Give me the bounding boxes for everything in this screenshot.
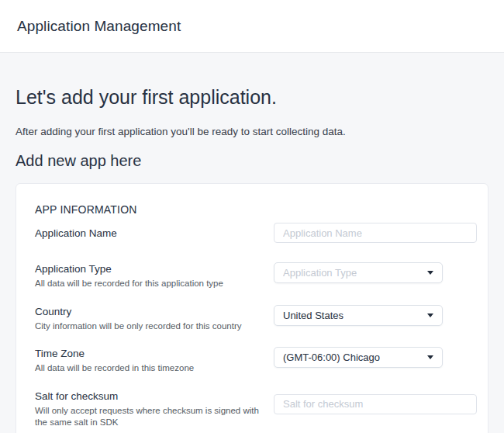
content-area: Let's add your first application. After … <box>0 53 504 433</box>
page-title: Application Management <box>17 18 181 35</box>
form-row-application-name: Application Name <box>35 223 477 243</box>
chevron-down-icon <box>427 271 433 275</box>
add-app-section-heading: Add new app here <box>16 151 488 171</box>
application-type-help: All data will be recorded for this appli… <box>35 278 266 290</box>
page-header: Application Management <box>0 0 504 53</box>
form-row-salt-for-checksum: Salt for checksum Will only accept reque… <box>35 390 477 429</box>
form-row-country: Country City information will be only re… <box>35 305 477 333</box>
application-type-label: Application Type <box>35 262 266 275</box>
form-row-time-zone: Time Zone All data will be recorded in t… <box>35 347 477 375</box>
country-select[interactable]: United States <box>274 305 443 326</box>
time-zone-select[interactable]: (GMT-06:00) Chicago <box>274 347 443 368</box>
country-select-value: United States <box>283 310 343 321</box>
intro-subtitle: After adding your first application you'… <box>16 125 488 139</box>
chevron-down-icon <box>427 313 433 317</box>
time-zone-help: All data will be recorded in this timezo… <box>35 362 266 375</box>
card-section-title: APP INFORMATION <box>35 203 477 216</box>
salt-input[interactable] <box>274 394 477 414</box>
application-type-select[interactable]: Application Type <box>274 262 443 283</box>
intro-heading: Let's add your first application. <box>16 85 488 109</box>
time-zone-label: Time Zone <box>35 347 266 360</box>
salt-help: Will only accept requests where checksum… <box>35 405 266 429</box>
application-name-label: Application Name <box>35 227 266 240</box>
country-help: City information will be only recorded f… <box>35 320 266 333</box>
app-information-card: APP INFORMATION Application Name Applica… <box>16 183 488 433</box>
application-type-select-value: Application Type <box>283 267 357 279</box>
time-zone-select-value: (GMT-06:00) Chicago <box>283 352 380 363</box>
salt-label: Salt for checksum <box>35 390 266 403</box>
application-name-input[interactable] <box>274 223 477 243</box>
country-label: Country <box>35 305 266 318</box>
chevron-down-icon <box>427 355 433 359</box>
form-row-application-type: Application Type All data will be record… <box>35 262 477 290</box>
